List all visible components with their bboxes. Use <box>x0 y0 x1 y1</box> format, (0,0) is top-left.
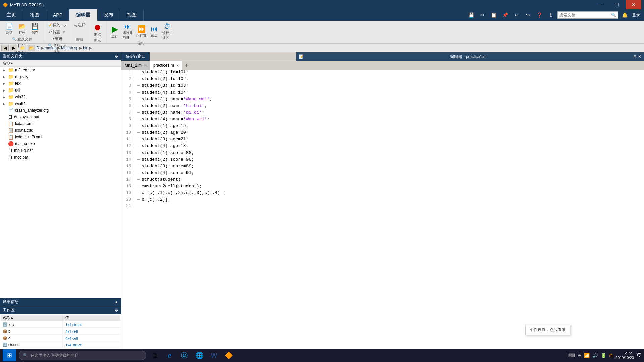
workspace-settings-icon[interactable]: ⚙ <box>115 308 118 313</box>
save-icon[interactable]: 💾 <box>466 11 476 19</box>
add-tab-button[interactable]: + <box>182 61 191 70</box>
tooltip[interactable]: 个性设置，点我看看 <box>525 325 570 335</box>
ws-type-c[interactable]: 4x4 cell <box>63 335 120 341</box>
code-line-1: 1 — student(1).Id=101; <box>121 70 644 76</box>
close-tab-practice1[interactable]: ✕ <box>176 64 179 67</box>
path-bin[interactable]: bin <box>83 46 88 50</box>
tree-item-crash[interactable]: 📄 crash_analyzer.cfg <box>0 107 121 114</box>
search-box[interactable]: 🔍 <box>557 11 618 19</box>
notification-icon[interactable]: 🗨 <box>637 353 641 358</box>
taskbar-taskview-icon[interactable]: ⧉ <box>149 349 161 361</box>
menu-tab-publish[interactable]: 发布 <box>97 9 120 21</box>
code-editor[interactable]: 1 — student(1).Id=101; 2 — student(2).Id… <box>121 70 644 349</box>
menu-tab-view[interactable]: 视图 <box>120 9 144 21</box>
keyboard-icon[interactable]: ⌨ <box>568 353 575 358</box>
editor-expand-icon[interactable]: ⊞ <box>633 54 637 59</box>
taskbar-edge-icon[interactable]: ℯ <box>164 349 176 361</box>
cut-icon[interactable]: ✂ <box>478 11 487 19</box>
menu-tab-editor[interactable]: 编辑器 <box>69 9 97 21</box>
ws-row-student[interactable]: 🔢 student 1x4 struct <box>1 342 120 348</box>
start-button[interactable]: ⊞ <box>3 349 16 361</box>
tree-item-text[interactable]: ▶ 📁 text <box>0 80 121 87</box>
paste-icon[interactable]: 📌 <box>500 11 510 19</box>
help-icon[interactable]: ❓ <box>535 11 544 19</box>
menu-tab-plot[interactable]: 绘图 <box>23 9 46 21</box>
wifi-icon[interactable]: 📶 <box>584 353 590 358</box>
tree-item-util[interactable]: ▶ 📁 util <box>0 87 121 94</box>
ws-row-c[interactable]: 📦 c 4x4 cell <box>1 335 120 341</box>
up-button[interactable]: 📁 <box>19 45 26 51</box>
browse-button[interactable]: 📂 <box>28 45 35 51</box>
ws-row-b[interactable]: 📦 b 4x1 cell <box>1 328 120 335</box>
col-name[interactable]: 名称▲ <box>1 315 63 321</box>
tree-item-lcdata-utf8[interactable]: 📋 lcdata_utf8.xml <box>0 134 121 140</box>
tree-item-matlab-exe[interactable]: 🔴 matlab.exe <box>0 140 121 147</box>
volume-icon[interactable]: 🔊 <box>592 353 598 358</box>
fx-button[interactable]: fx <box>62 23 68 28</box>
folder-settings-icon[interactable]: ⚙ <box>115 54 118 59</box>
blog-link[interactable]: 苗 <box>609 353 613 358</box>
taskbar-word-icon[interactable]: W <box>208 349 220 361</box>
tree-item-mbuild[interactable]: 🗒 mbuild.bat <box>0 147 121 154</box>
taskbar-search-box[interactable]: 🔍 在这里输入你要搜索的内容 <box>19 351 146 360</box>
col-value[interactable]: 值 <box>63 315 120 321</box>
close-button[interactable]: ✕ <box>626 0 641 9</box>
info-icon[interactable]: ℹ <box>546 11 555 19</box>
menu-tab-home[interactable]: 主页 <box>0 9 23 21</box>
breakpoint-button[interactable]: ⏺ 断点 <box>92 22 104 38</box>
bell-icon[interactable]: 🔔 <box>620 11 629 19</box>
tree-item-registry[interactable]: ▶ 📁 registry <box>0 73 121 80</box>
minimize-button[interactable]: — <box>592 0 608 9</box>
find-file-button[interactable]: 🔍查找文件 <box>11 36 34 42</box>
run-timed-button[interactable]: ⏱ 运行并计时 <box>161 22 174 41</box>
new-button[interactable]: 📄 新建 <box>3 22 15 36</box>
goto-button[interactable]: ↩转至 <box>48 29 61 35</box>
lang-indicator[interactable]: 英 <box>578 353 581 358</box>
menu-tab-app[interactable]: APP <box>46 9 69 21</box>
path-d[interactable]: D: <box>36 46 40 50</box>
redo-icon[interactable]: ↪ <box>523 11 533 19</box>
undo-icon[interactable]: ↩ <box>512 11 521 19</box>
tree-item-win32[interactable]: ▶ 📁 win32 <box>0 94 121 100</box>
ws-type-b[interactable]: 4x1 cell <box>63 328 120 335</box>
maximize-button[interactable]: ☐ <box>609 0 625 9</box>
ws-type-ans[interactable]: 1x4 struct <box>63 322 120 328</box>
search-input[interactable] <box>559 13 611 17</box>
clock[interactable]: 21:21 2019/10/23 <box>615 351 634 360</box>
taskbar-globe-icon[interactable]: 🌐 <box>193 349 205 361</box>
path-matlabsp[interactable]: Matlab sp <box>61 46 78 50</box>
advance-button[interactable]: ⏮ 前进 <box>148 24 160 38</box>
tree-item-mcc[interactable]: 🗒 mcc.bat <box>0 154 121 161</box>
path-matlab[interactable]: matlab <box>45 46 57 50</box>
run-button[interactable]: ▶ 运行 <box>109 24 121 39</box>
ws-row-ans[interactable]: 🔢 ans 1x4 struct <box>1 322 120 328</box>
forward-button[interactable]: ▶ <box>10 45 17 51</box>
open-button[interactable]: 📂 打开 <box>16 22 28 36</box>
tab-practice1m[interactable]: practice1.m ✕ <box>150 61 182 70</box>
tree-item-lcdata-xsd[interactable]: 📋 lcdata.xsd <box>0 127 121 134</box>
insert-button[interactable]: 📝插入 <box>46 22 61 28</box>
details-expand-icon[interactable]: ▲ <box>114 300 118 304</box>
copy-icon[interactable]: 📋 <box>489 11 498 19</box>
tree-item-lcdata-xml[interactable]: 📋 lcdata.xml <box>0 120 121 127</box>
comment-button[interactable]: % 注释 <box>73 22 87 28</box>
taskbar-matlab-icon[interactable]: 🔶 <box>223 349 235 361</box>
tree-item-win64[interactable]: ▶ 📁 win64 <box>0 100 121 107</box>
editor-close-icon[interactable]: ✕ <box>638 54 641 59</box>
save-button[interactable]: 💾 保存 <box>29 22 41 36</box>
run-advance-button[interactable]: ⏭ 运行并前进 <box>121 22 134 41</box>
battery-icon[interactable]: 🔋 <box>601 353 606 358</box>
login-button[interactable]: 登录 <box>631 11 641 19</box>
ws-type-student[interactable]: 1x4 struct <box>63 342 120 348</box>
code-line-15: 15 — student(3).score=89; <box>121 164 644 170</box>
tree-item-deploytool[interactable]: 🗒 deploytool.bat <box>0 114 121 120</box>
save-toolbar-icon: 💾 <box>31 23 39 30</box>
close-tab-fun1[interactable]: ✕ <box>144 64 146 67</box>
tree-item-m3iregistry[interactable]: ▶ 📁 m3iregistry <box>0 67 121 73</box>
cmd-window-tab[interactable]: 命令行窗口 <box>121 52 150 61</box>
run-section-button[interactable]: ⏩ 运行节 <box>135 24 148 39</box>
tab-fun1-2m[interactable]: fun1_2.m ✕ <box>121 61 150 70</box>
indent-button[interactable]: ⇥缩进 <box>50 36 64 42</box>
taskbar-ie-icon[interactable]: ⓔ <box>178 349 191 361</box>
back-button[interactable]: ◀ <box>1 45 9 51</box>
